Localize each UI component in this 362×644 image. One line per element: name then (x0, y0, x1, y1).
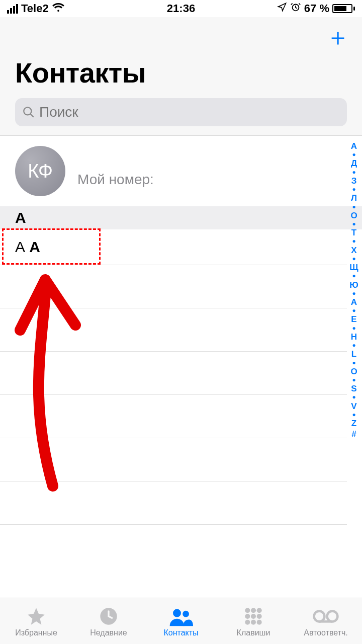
index-letter[interactable]: Z (351, 418, 356, 429)
battery-pct: 67 % (304, 2, 329, 15)
my-card-row[interactable]: КФ Мой номер: (0, 136, 362, 206)
clock-icon (99, 605, 119, 627)
people-icon (169, 605, 193, 627)
index-letter[interactable]: Л (351, 193, 357, 203)
search-input[interactable] (39, 104, 340, 120)
svg-point-10 (251, 614, 256, 619)
index-letter[interactable]: H (351, 332, 357, 342)
carrier-label: Tele2 (21, 2, 49, 15)
index-letter[interactable]: ● (352, 151, 355, 158)
index-letter[interactable]: ● (352, 307, 355, 314)
index-letter[interactable]: З (351, 176, 357, 186)
contact-row[interactable] (0, 525, 347, 568)
index-letter[interactable]: O (350, 366, 357, 377)
index-letter[interactable]: ● (352, 412, 355, 418)
star-icon (26, 605, 46, 627)
battery-icon (332, 4, 355, 13)
svg-point-5 (183, 610, 189, 617)
index-letter[interactable]: Х (351, 245, 356, 256)
svg-point-4 (173, 609, 181, 617)
contact-row[interactable] (0, 308, 347, 352)
tab-bar: Избранные Недавние Контакты Клавиши Авто… (0, 598, 362, 644)
index-letter[interactable]: Ю (349, 280, 358, 290)
tab-label: Недавние (90, 628, 127, 637)
index-letter[interactable]: А (351, 141, 357, 151)
index-letter[interactable]: ● (352, 360, 355, 366)
search-icon (22, 106, 35, 119)
index-letter[interactable]: Щ (349, 262, 358, 273)
tab-label: Контакты (163, 628, 198, 637)
index-letter[interactable]: S (351, 383, 356, 394)
svg-point-6 (245, 608, 250, 613)
keypad-icon (243, 605, 263, 627)
tab-favorites[interactable]: Избранные (0, 598, 72, 644)
avatar: КФ (15, 146, 65, 196)
search-bar[interactable] (15, 98, 347, 126)
tab-label: Автоответч. (304, 628, 348, 637)
svg-point-14 (257, 619, 262, 624)
wifi-icon (52, 2, 65, 16)
svg-line-2 (30, 114, 34, 117)
svg-point-7 (251, 608, 256, 613)
location-icon (277, 2, 287, 15)
index-letter[interactable]: ● (352, 238, 355, 245)
index-letter[interactable]: ● (352, 186, 355, 193)
svg-point-9 (245, 614, 250, 619)
section-header: А (0, 206, 362, 229)
index-letter[interactable]: ● (352, 394, 355, 400)
index-letter[interactable]: ● (352, 290, 355, 297)
contact-row[interactable] (0, 438, 347, 481)
index-letter[interactable]: ● (352, 377, 355, 383)
contact-row[interactable] (0, 481, 347, 525)
signal-bars-icon (7, 4, 18, 14)
index-letter[interactable]: ● (352, 221, 355, 227)
tab-label: Избранные (15, 628, 57, 637)
contact-row[interactable] (0, 352, 347, 395)
tab-label: Клавиши (237, 628, 270, 637)
tab-keypad[interactable]: Клавиши (217, 598, 290, 644)
add-contact-button[interactable]: ＋ (326, 27, 350, 47)
page-title: Контакты (15, 56, 347, 89)
contact-list-area[interactable]: КФ Мой номер: А А А А●Д●З●Л●О●Т●Х●Щ●Ю●A●… (0, 136, 362, 598)
index-letter[interactable]: V (351, 401, 356, 412)
alarm-icon (290, 2, 301, 16)
index-letter[interactable]: ● (352, 342, 355, 349)
svg-point-15 (314, 611, 325, 621)
index-letter[interactable]: L (351, 349, 356, 359)
voicemail-icon (313, 605, 339, 627)
avatar-initials: КФ (28, 160, 53, 182)
tab-contacts[interactable]: Контакты (145, 598, 217, 644)
svg-point-12 (245, 619, 250, 624)
tab-recents[interactable]: Недавние (72, 598, 145, 644)
annotation-highlight-box (2, 228, 101, 265)
index-letter[interactable]: # (351, 429, 356, 439)
index-letter[interactable]: О (350, 210, 357, 221)
svg-point-16 (327, 611, 338, 621)
alpha-index[interactable]: А●Д●З●Л●О●Т●Х●Щ●Ю●A●E●H●L●O●S●V●Z# (346, 141, 362, 440)
svg-point-8 (257, 608, 262, 613)
index-letter[interactable]: ● (352, 273, 355, 279)
contact-row[interactable] (0, 265, 347, 308)
index-letter[interactable]: ● (352, 325, 355, 332)
index-letter[interactable]: ● (352, 169, 355, 176)
index-letter[interactable]: Д (351, 158, 357, 169)
index-letter[interactable]: ● (352, 256, 355, 262)
status-bar: Tele2 21:36 67 % (0, 0, 362, 17)
index-letter[interactable]: Т (351, 227, 356, 238)
svg-point-1 (24, 107, 31, 115)
index-letter[interactable]: ● (352, 204, 355, 210)
index-letter[interactable]: A (351, 297, 357, 307)
index-letter[interactable]: E (351, 314, 356, 325)
status-time: 21:36 (167, 2, 195, 15)
my-number-label: Мой номер: (77, 172, 154, 188)
tab-voicemail[interactable]: Автоответч. (290, 598, 362, 644)
svg-point-11 (257, 614, 262, 619)
contact-row[interactable] (0, 395, 347, 438)
svg-point-13 (251, 619, 256, 624)
